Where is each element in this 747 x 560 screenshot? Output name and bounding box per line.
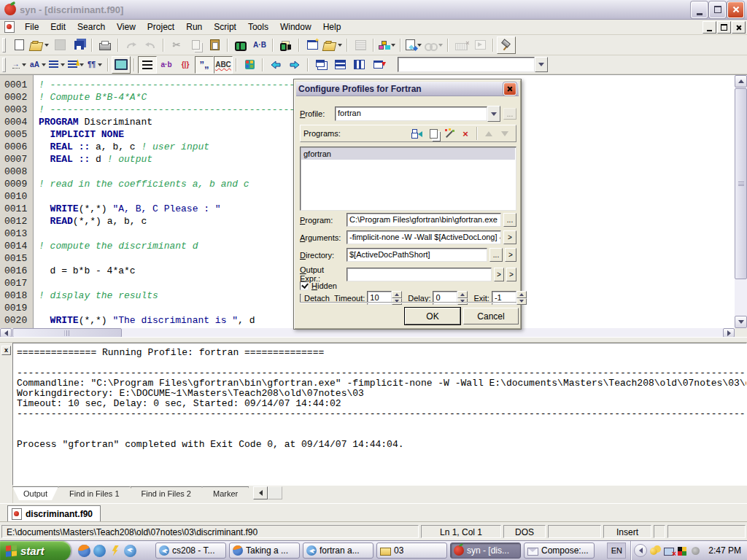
edit-program-button[interactable] [441, 126, 457, 141]
add-program-button[interactable] [409, 126, 425, 141]
copy-button[interactable] [186, 36, 205, 54]
cascade-windows-button[interactable] [311, 56, 330, 74]
ok-button[interactable]: OK [405, 308, 460, 324]
align-button[interactable] [47, 56, 66, 74]
output-expr-insert-button[interactable]: > [494, 268, 504, 281]
directory-insert-button[interactable]: > [505, 248, 516, 262]
delete-program-button[interactable]: × [457, 126, 473, 141]
messenger-quicklaunch-icon[interactable] [93, 545, 106, 557]
output-tab-find-in-files-1[interactable]: Find in Files 1 [58, 486, 130, 500]
compile-button[interactable] [497, 36, 516, 54]
print-button[interactable] [96, 36, 115, 54]
tab-scroll-left-button[interactable] [253, 486, 268, 499]
exit-down-button[interactable] [516, 298, 527, 306]
navigate-back-button[interactable] [266, 56, 285, 74]
menu-search[interactable]: Search [71, 20, 111, 34]
firefox-quicklaunch-icon[interactable] [78, 545, 90, 557]
output-expr-input[interactable] [347, 268, 492, 281]
menu-view[interactable]: View [111, 20, 142, 34]
menu-window[interactable]: Window [274, 20, 317, 34]
change-case-button[interactable]: aA [28, 56, 47, 74]
find-in-files-button[interactable] [276, 36, 295, 54]
run-in-window-button[interactable] [471, 36, 489, 54]
paragraph-button[interactable]: ¶¶ [85, 56, 104, 74]
run-document-button[interactable] [404, 36, 423, 54]
delay-up-button[interactable] [457, 291, 468, 298]
taskbar-task[interactable]: syn - [dis... [450, 542, 521, 559]
start-button[interactable]: start [0, 541, 71, 560]
toolbar-grip[interactable] [2, 38, 6, 52]
line-numbers-button[interactable] [138, 56, 157, 74]
menu-project[interactable]: Project [142, 20, 180, 34]
mdi-restore-button[interactable] [717, 21, 731, 34]
mdi-close-button[interactable] [732, 21, 746, 34]
quad-color-tray-icon[interactable] [678, 545, 689, 556]
restore-button[interactable] [709, 1, 726, 18]
close-button[interactable] [727, 1, 744, 18]
tab-scroll-right-button[interactable] [268, 486, 282, 499]
save-all-button[interactable] [69, 36, 88, 54]
volume-tray-icon[interactable] [692, 545, 703, 556]
profile-browse-button[interactable]: ... [503, 108, 516, 120]
detach-checkbox[interactable] [300, 294, 301, 303]
output-expr-insert2-button[interactable]: > [506, 268, 516, 281]
programs-listbox[interactable]: gfortran [300, 147, 516, 211]
search-dropdown-button[interactable] [535, 57, 548, 72]
tile-horizontal-button[interactable] [330, 56, 349, 74]
minimize-button[interactable] [691, 1, 708, 18]
word-wrap-button[interactable]: a·b [157, 56, 176, 74]
menu-help[interactable]: Help [317, 20, 347, 34]
navigate-forward-button[interactable] [285, 56, 304, 74]
paste-button[interactable] [205, 36, 224, 54]
undo-button[interactable] [122, 36, 141, 54]
program-browse-button[interactable]: ... [503, 213, 516, 227]
thunderbird-quicklaunch-icon[interactable] [124, 545, 136, 557]
document-icon[interactable] [4, 21, 15, 33]
toolbar-grip[interactable] [2, 58, 6, 72]
tray-chevron-button[interactable] [634, 544, 647, 557]
spell-check-button[interactable]: ABC [214, 56, 233, 74]
indent-button[interactable]: → [9, 56, 28, 74]
arguments-input[interactable]: -fimplicit-none -W -Wall $[ActiveDocLong… [347, 230, 501, 244]
taskbar-task[interactable]: Taking a ... [229, 542, 300, 559]
output-tab-marker[interactable]: Marker [202, 486, 249, 500]
output-tab-output[interactable]: Output [12, 486, 58, 500]
menu-file[interactable]: File [19, 20, 44, 34]
cancel-button[interactable]: Cancel [463, 308, 519, 324]
menu-run[interactable]: Run [180, 20, 208, 34]
redo-button[interactable] [141, 36, 160, 54]
network-tray-icon[interactable] [664, 545, 675, 556]
directory-browse-button[interactable]: ... [489, 248, 503, 262]
fullscreen-button[interactable] [112, 56, 131, 74]
profile-tree-button[interactable] [377, 36, 397, 54]
sort-button[interactable] [66, 56, 85, 74]
menu-edit[interactable]: Edit [44, 20, 71, 34]
tile-vertical-button[interactable] [349, 56, 368, 74]
new-project-button[interactable] [303, 36, 322, 54]
taskbar-task[interactable]: cs208 - T... [155, 542, 226, 559]
find-button[interactable] [231, 36, 250, 54]
open-file-button[interactable] [28, 36, 50, 54]
output-tab-find-in-files-2[interactable]: Find in Files 2 [131, 486, 202, 500]
directory-input[interactable]: $[ActiveDocPathShort] [347, 248, 487, 262]
copy-program-button[interactable] [425, 126, 441, 141]
timeout-up-button[interactable] [392, 291, 402, 298]
move-down-button[interactable] [497, 126, 513, 141]
arguments-insert-button[interactable]: > [503, 230, 516, 244]
vertical-scroll-thumb[interactable] [735, 88, 747, 279]
program-list-item[interactable]: gfortran [301, 148, 515, 160]
profile-value[interactable]: fortran [335, 106, 487, 121]
move-up-button[interactable] [481, 126, 497, 141]
output-close-button[interactable]: x [1, 346, 11, 355]
language-indicator[interactable]: EN [607, 542, 626, 559]
replace-button[interactable]: A·B [250, 36, 269, 54]
messenger-tray-icon[interactable] [650, 545, 661, 556]
taskbar-task[interactable]: Compose:... [524, 542, 595, 559]
syntax-highlight-button[interactable]: ”„ [195, 56, 214, 74]
project-notes-button[interactable] [351, 36, 370, 54]
highlight-options-button[interactable] [240, 56, 259, 74]
exit-up-button[interactable] [516, 291, 527, 298]
taskbar-task[interactable]: 03 [376, 542, 447, 559]
save-button[interactable] [50, 36, 69, 54]
search-input[interactable] [398, 57, 535, 72]
